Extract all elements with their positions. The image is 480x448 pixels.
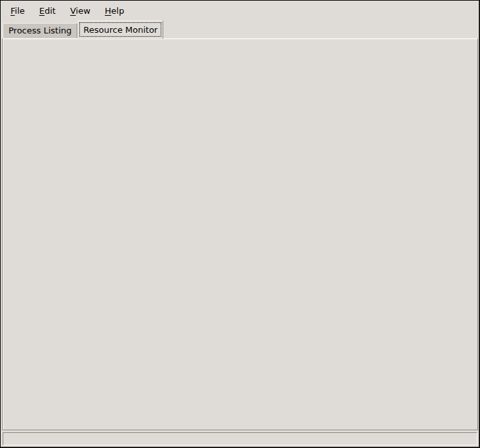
menu-view[interactable]: View bbox=[63, 3, 98, 18]
system-monitor-window: File Edit View Help Process Listing Reso… bbox=[0, 0, 480, 448]
menu-bar: File Edit View Help bbox=[2, 2, 478, 20]
resource-monitor-page bbox=[2, 38, 478, 430]
status-bar bbox=[3, 432, 477, 445]
menu-help[interactable]: Help bbox=[98, 3, 132, 18]
tab-resource-monitor[interactable]: Resource Monitor bbox=[77, 20, 163, 39]
tab-strip: Process Listing Resource Monitor bbox=[3, 20, 163, 39]
menu-edit[interactable]: Edit bbox=[32, 3, 63, 18]
menu-file[interactable]: File bbox=[3, 3, 32, 18]
tab-process-listing[interactable]: Process Listing bbox=[3, 23, 77, 39]
